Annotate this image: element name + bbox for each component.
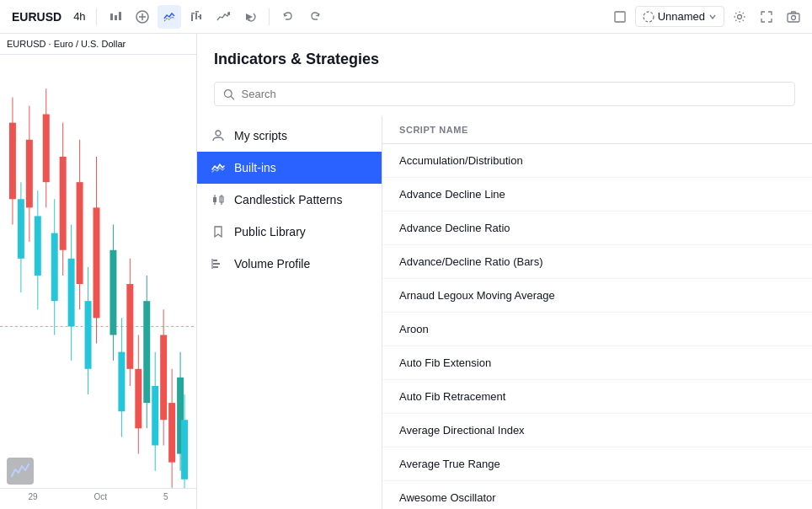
svg-rect-8 [195,13,197,19]
redo-btn[interactable] [303,5,327,29]
x-axis-label-3: 5 [163,492,168,501]
svg-rect-37 [143,301,150,403]
sidebar-item-public-library[interactable]: Public Library [197,216,382,248]
toolbar-divider-2 [269,8,270,25]
svg-rect-16 [788,13,799,22]
script-item-3[interactable]: Advance/Decline Ratio (Bars) [382,245,812,279]
indicators-panel: Indicators & Strategies My scri [197,34,812,509]
svg-rect-23 [26,140,33,208]
x-axis-label-2: Oct [93,492,107,501]
volume-profile-icon [211,256,226,271]
person-icon [211,128,226,143]
script-item-8[interactable]: Average Directional Index [382,414,812,447]
script-item-0[interactable]: Accumulation/Distribution [382,144,812,178]
compare-series-btn[interactable] [211,5,235,29]
panel-body: My scripts Built-ins [197,116,812,509]
tradingview-logo [7,458,34,485]
candlestick-chart [0,55,196,505]
svg-rect-39 [160,335,167,420]
fullscreen-btn[interactable] [755,5,778,29]
nav-sidebar: My scripts Built-ins [197,116,382,509]
svg-rect-31 [93,207,100,318]
main-content: EURUSD · Euro / U.S. Dollar [0,34,812,509]
workspace-name: Unnamed [658,10,705,23]
sidebar-item-candlestick[interactable]: Candlestick Patterns [197,184,382,216]
x-axis-label-1: 29 [28,492,37,501]
svg-rect-51 [85,301,92,369]
script-item-1[interactable]: Advance Decline Line [382,178,812,212]
svg-rect-21 [9,123,16,200]
svg-rect-9 [195,11,199,13]
compare-btn[interactable] [104,5,127,29]
svg-rect-67 [213,197,216,202]
svg-point-65 [216,131,221,136]
script-list: SCRIPT NAME Accumulation/Distribution Ad… [382,116,812,509]
svg-rect-43 [18,199,24,259]
candle-icon [211,192,226,207]
svg-rect-55 [135,369,142,429]
svg-rect-47 [51,233,58,302]
chart-area: EURUSD · Euro / U.S. Dollar [0,34,197,509]
replay-btn[interactable] [238,5,262,29]
svg-rect-57 [152,386,158,446]
svg-rect-13 [615,12,625,22]
sidebar-item-label-built-ins: Built-ins [234,161,276,174]
svg-rect-61 [181,420,188,480]
svg-rect-49 [68,259,75,327]
svg-point-17 [792,15,796,19]
search-bar[interactable] [214,82,795,106]
script-item-9[interactable]: Average True Range [382,447,812,481]
search-icon [223,88,235,100]
script-item-6[interactable]: Auto Fib Extension [382,346,812,380]
svg-rect-0 [110,13,113,20]
sidebar-item-label-my-scripts: My scripts [234,129,287,142]
svg-rect-11 [198,16,201,18]
svg-rect-35 [126,284,133,369]
svg-rect-70 [213,260,217,261]
svg-rect-29 [77,182,83,284]
bookmark-icon [211,224,226,239]
add-btn[interactable] [131,5,154,29]
svg-rect-25 [43,115,50,183]
main-toolbar: EURUSD 4h [0,0,812,34]
script-item-2[interactable]: Advance Decline Ratio [382,212,812,245]
sidebar-item-built-ins[interactable]: Built-ins [197,152,382,184]
undo-btn[interactable] [276,5,300,29]
svg-rect-7 [191,13,195,14]
toolbar-divider-1 [96,8,97,25]
panel-title: Indicators & Strategies [197,34,812,82]
svg-rect-2 [119,12,121,20]
symbol-label: EURUSD [7,10,67,24]
workspace-btn[interactable]: Unnamed [635,6,724,27]
svg-rect-33 [110,250,116,335]
svg-rect-45 [35,216,41,276]
sidebar-item-label-volume-profile: Volume Profile [234,257,310,271]
settings-btn[interactable] [728,5,751,29]
timeframe-label: 4h [70,10,88,23]
svg-rect-72 [213,266,218,268]
svg-rect-1 [115,15,117,20]
chart-type-btn[interactable] [184,5,208,29]
chart-x-axis: 29 Oct 5 [0,488,196,505]
layout-btn[interactable] [608,5,632,29]
svg-rect-71 [213,263,220,265]
svg-rect-6 [191,14,193,21]
indicators-btn[interactable] [158,5,181,29]
svg-rect-53 [118,352,125,412]
svg-rect-27 [60,157,67,250]
script-list-header: SCRIPT NAME [382,116,812,144]
sidebar-item-volume-profile[interactable]: Volume Profile [197,248,382,280]
sidebar-item-label-public-library: Public Library [234,225,306,238]
svg-point-15 [738,14,742,19]
script-item-7[interactable]: Auto Fib Retracement [382,380,812,414]
sidebar-item-my-scripts[interactable]: My scripts [197,120,382,152]
sidebar-item-label-candlestick: Candlestick Patterns [234,193,342,206]
svg-point-14 [644,12,654,22]
script-item-4[interactable]: Arnaud Legoux Moving Average [382,279,812,313]
camera-btn[interactable] [782,5,805,29]
svg-rect-59 [168,403,175,463]
script-item-5[interactable]: Aroon [382,313,812,346]
script-item-10[interactable]: Awesome Oscillator [382,481,812,509]
svg-line-64 [231,96,233,99]
search-input[interactable] [242,88,786,100]
